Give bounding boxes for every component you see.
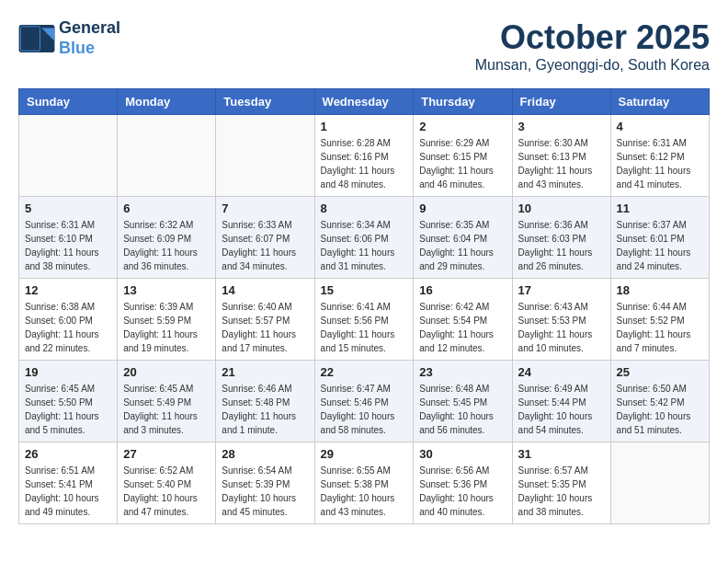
day-info: Sunrise: 6:35 AM Sunset: 6:04 PM Dayligh…	[419, 218, 506, 273]
day-info: Sunrise: 6:45 AM Sunset: 5:49 PM Dayligh…	[123, 382, 210, 437]
calendar-body: 1Sunrise: 6:28 AM Sunset: 6:16 PM Daylig…	[19, 115, 710, 524]
calendar-cell: 9Sunrise: 6:35 AM Sunset: 6:04 PM Daylig…	[414, 197, 512, 279]
page-header: General Blue October 2025 Munsan, Gyeong…	[18, 18, 710, 74]
calendar-cell: 4Sunrise: 6:31 AM Sunset: 6:12 PM Daylig…	[610, 115, 709, 197]
day-number: 23	[419, 365, 506, 379]
calendar-cell: 13Sunrise: 6:39 AM Sunset: 5:59 PM Dayli…	[118, 279, 216, 361]
weekday-header-thursday: Thursday	[414, 89, 512, 115]
calendar-cell: 22Sunrise: 6:47 AM Sunset: 5:46 PM Dayli…	[314, 361, 414, 442]
day-info: Sunrise: 6:50 AM Sunset: 5:42 PM Dayligh…	[617, 382, 703, 437]
calendar-week-3: 12Sunrise: 6:38 AM Sunset: 6:00 PM Dayli…	[19, 279, 710, 361]
calendar-cell	[216, 115, 314, 197]
day-number: 6	[123, 201, 210, 215]
logo-line1: General	[59, 18, 120, 39]
day-info: Sunrise: 6:48 AM Sunset: 5:45 PM Dayligh…	[419, 382, 506, 437]
logo-text: General Blue	[59, 18, 120, 58]
calendar-cell: 16Sunrise: 6:42 AM Sunset: 5:54 PM Dayli…	[414, 279, 512, 361]
calendar-cell: 24Sunrise: 6:49 AM Sunset: 5:44 PM Dayli…	[512, 361, 610, 442]
day-info: Sunrise: 6:54 AM Sunset: 5:39 PM Dayligh…	[222, 464, 308, 519]
day-info: Sunrise: 6:47 AM Sunset: 5:46 PM Dayligh…	[321, 382, 408, 437]
day-info: Sunrise: 6:57 AM Sunset: 5:35 PM Dayligh…	[518, 464, 605, 519]
calendar-cell: 26Sunrise: 6:51 AM Sunset: 5:41 PM Dayli…	[19, 442, 118, 524]
day-number: 30	[419, 447, 506, 461]
calendar-cell	[610, 442, 709, 524]
calendar-header: SundayMondayTuesdayWednesdayThursdayFrid…	[19, 89, 710, 115]
day-info: Sunrise: 6:55 AM Sunset: 5:38 PM Dayligh…	[321, 464, 408, 519]
calendar-cell: 14Sunrise: 6:40 AM Sunset: 5:57 PM Dayli…	[216, 279, 314, 361]
calendar-cell: 1Sunrise: 6:28 AM Sunset: 6:16 PM Daylig…	[314, 115, 414, 197]
day-number: 28	[222, 447, 308, 461]
calendar-cell	[118, 115, 216, 197]
calendar-cell: 30Sunrise: 6:56 AM Sunset: 5:36 PM Dayli…	[414, 442, 512, 524]
day-info: Sunrise: 6:30 AM Sunset: 6:13 PM Dayligh…	[518, 136, 605, 191]
weekday-header-friday: Friday	[512, 89, 610, 115]
day-number: 19	[25, 365, 111, 379]
day-number: 7	[222, 201, 308, 215]
calendar-cell: 15Sunrise: 6:41 AM Sunset: 5:56 PM Dayli…	[314, 279, 414, 361]
day-number: 25	[617, 365, 703, 379]
calendar-cell: 27Sunrise: 6:52 AM Sunset: 5:40 PM Dayli…	[118, 442, 216, 524]
day-number: 27	[123, 447, 210, 461]
calendar-cell: 19Sunrise: 6:45 AM Sunset: 5:50 PM Dayli…	[19, 361, 118, 442]
calendar-cell: 8Sunrise: 6:34 AM Sunset: 6:06 PM Daylig…	[314, 197, 414, 279]
calendar-cell: 10Sunrise: 6:36 AM Sunset: 6:03 PM Dayli…	[512, 197, 610, 279]
weekday-header-tuesday: Tuesday	[216, 89, 314, 115]
day-number: 10	[518, 201, 605, 215]
calendar-cell: 17Sunrise: 6:43 AM Sunset: 5:53 PM Dayli…	[512, 279, 610, 361]
day-info: Sunrise: 6:46 AM Sunset: 5:48 PM Dayligh…	[222, 382, 308, 437]
calendar-cell: 3Sunrise: 6:30 AM Sunset: 6:13 PM Daylig…	[512, 115, 610, 197]
calendar-cell: 6Sunrise: 6:32 AM Sunset: 6:09 PM Daylig…	[118, 197, 216, 279]
day-info: Sunrise: 6:33 AM Sunset: 6:07 PM Dayligh…	[222, 218, 308, 273]
day-info: Sunrise: 6:31 AM Sunset: 6:12 PM Dayligh…	[617, 136, 703, 191]
day-info: Sunrise: 6:32 AM Sunset: 6:09 PM Dayligh…	[123, 218, 210, 273]
day-number: 8	[321, 201, 408, 215]
day-number: 24	[518, 365, 605, 379]
calendar-cell: 31Sunrise: 6:57 AM Sunset: 5:35 PM Dayli…	[512, 442, 610, 524]
day-number: 2	[419, 120, 506, 133]
logo-line2: Blue	[59, 39, 95, 57]
day-number: 21	[222, 365, 308, 379]
calendar-cell: 5Sunrise: 6:31 AM Sunset: 6:10 PM Daylig…	[19, 197, 118, 279]
day-number: 14	[222, 283, 308, 297]
calendar-week-5: 26Sunrise: 6:51 AM Sunset: 5:41 PM Dayli…	[19, 442, 710, 524]
calendar-cell: 7Sunrise: 6:33 AM Sunset: 6:07 PM Daylig…	[216, 197, 314, 279]
day-info: Sunrise: 6:51 AM Sunset: 5:41 PM Dayligh…	[25, 464, 111, 519]
month-title: October 2025	[475, 18, 710, 57]
day-info: Sunrise: 6:44 AM Sunset: 5:52 PM Dayligh…	[617, 300, 703, 355]
weekday-header-saturday: Saturday	[610, 89, 709, 115]
calendar-cell: 28Sunrise: 6:54 AM Sunset: 5:39 PM Dayli…	[216, 442, 314, 524]
day-number: 31	[518, 447, 605, 461]
day-info: Sunrise: 6:56 AM Sunset: 5:36 PM Dayligh…	[419, 464, 506, 519]
weekday-header-monday: Monday	[118, 89, 216, 115]
calendar-week-1: 1Sunrise: 6:28 AM Sunset: 6:16 PM Daylig…	[19, 115, 710, 197]
day-info: Sunrise: 6:43 AM Sunset: 5:53 PM Dayligh…	[518, 300, 605, 355]
calendar-cell: 18Sunrise: 6:44 AM Sunset: 5:52 PM Dayli…	[610, 279, 709, 361]
day-number: 29	[321, 447, 408, 461]
calendar-cell: 21Sunrise: 6:46 AM Sunset: 5:48 PM Dayli…	[216, 361, 314, 442]
day-info: Sunrise: 6:49 AM Sunset: 5:44 PM Dayligh…	[518, 382, 605, 437]
day-info: Sunrise: 6:39 AM Sunset: 5:59 PM Dayligh…	[123, 300, 210, 355]
day-info: Sunrise: 6:29 AM Sunset: 6:15 PM Dayligh…	[419, 136, 506, 191]
calendar-cell: 23Sunrise: 6:48 AM Sunset: 5:45 PM Dayli…	[414, 361, 512, 442]
day-number: 3	[518, 120, 605, 133]
day-number: 18	[617, 283, 703, 297]
calendar-cell	[19, 115, 118, 197]
day-number: 5	[25, 201, 111, 215]
calendar-cell: 12Sunrise: 6:38 AM Sunset: 6:00 PM Dayli…	[19, 279, 118, 361]
day-number: 1	[321, 120, 408, 133]
day-number: 16	[419, 283, 506, 297]
weekday-header-row: SundayMondayTuesdayWednesdayThursdayFrid…	[19, 89, 710, 115]
day-number: 4	[617, 120, 703, 133]
calendar-cell: 11Sunrise: 6:37 AM Sunset: 6:01 PM Dayli…	[610, 197, 709, 279]
calendar-week-2: 5Sunrise: 6:31 AM Sunset: 6:10 PM Daylig…	[19, 197, 710, 279]
day-number: 12	[25, 283, 111, 297]
day-number: 20	[123, 365, 210, 379]
day-info: Sunrise: 6:37 AM Sunset: 6:01 PM Dayligh…	[617, 218, 703, 273]
day-info: Sunrise: 6:36 AM Sunset: 6:03 PM Dayligh…	[518, 218, 605, 273]
day-info: Sunrise: 6:38 AM Sunset: 6:00 PM Dayligh…	[25, 300, 111, 355]
calendar-week-4: 19Sunrise: 6:45 AM Sunset: 5:50 PM Dayli…	[19, 361, 710, 442]
day-number: 11	[617, 201, 703, 215]
title-block: October 2025 Munsan, Gyeonggi-do, South …	[475, 18, 710, 74]
calendar-cell: 2Sunrise: 6:29 AM Sunset: 6:15 PM Daylig…	[414, 115, 512, 197]
calendar-cell: 20Sunrise: 6:45 AM Sunset: 5:49 PM Dayli…	[118, 361, 216, 442]
